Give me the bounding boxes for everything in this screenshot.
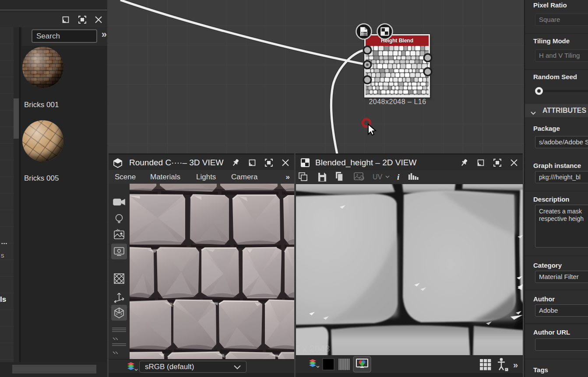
svg-text:…: …	[1, 238, 7, 245]
svg-text:s: s	[1, 251, 4, 259]
svg-text:UV: UV	[373, 173, 383, 181]
svg-text:ls: ls	[0, 295, 6, 304]
svg-text:i: i	[397, 172, 400, 182]
svg-text:»: »	[513, 360, 518, 370]
